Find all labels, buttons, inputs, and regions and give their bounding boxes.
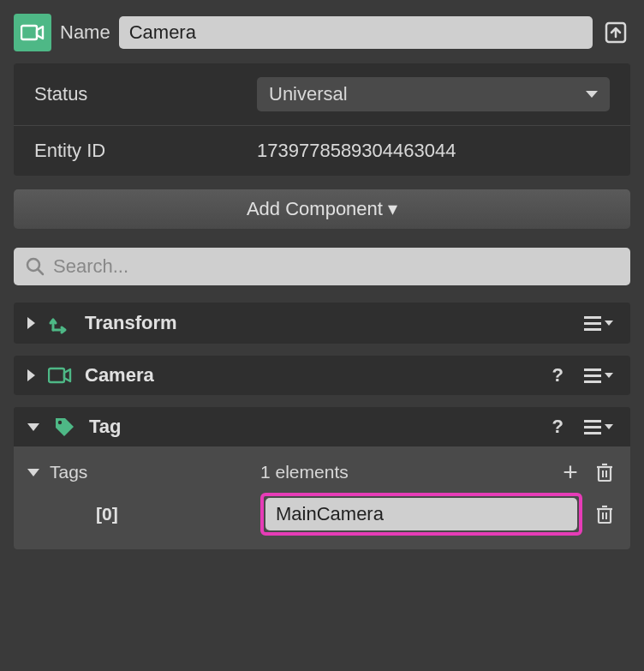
hamburger-icon: [584, 420, 601, 434]
component-title: Camera: [85, 364, 535, 386]
component-title: Transform: [85, 312, 569, 334]
entity-id-value: 1739778589304463044: [257, 140, 456, 162]
component-title: Tag: [89, 416, 535, 438]
component-tag-header[interactable]: Tag ?: [14, 407, 630, 446]
entity-info-panel: Status Universal Entity ID 1739778589304…: [14, 63, 630, 176]
help-button[interactable]: ?: [547, 364, 569, 386]
component-tag: Tag ? Tags 1 elements: [14, 407, 630, 549]
status-label: Status: [34, 83, 257, 105]
delete-tag-button[interactable]: [593, 502, 617, 526]
entity-id-row: Entity ID 1739778589304463044: [14, 125, 630, 176]
add-component-button[interactable]: Add Component ▾: [14, 189, 630, 229]
search-field[interactable]: [14, 248, 630, 285]
hamburger-icon: [584, 316, 601, 331]
status-row: Status Universal: [14, 63, 630, 125]
tag-index-label: [0]: [27, 504, 250, 524]
add-tag-button[interactable]: [558, 460, 582, 484]
component-menu-button[interactable]: [581, 316, 617, 331]
collapse-toggle[interactable]: [27, 423, 39, 431]
trash-icon: [595, 462, 614, 482]
chevron-down-icon: [605, 321, 613, 326]
svg-line-3: [38, 269, 43, 274]
svg-rect-6: [599, 467, 611, 481]
status-select[interactable]: Universal: [257, 77, 610, 111]
expand-toggle[interactable]: [27, 369, 35, 381]
delete-all-tags-button[interactable]: [593, 460, 617, 484]
name-input[interactable]: [119, 16, 593, 49]
camera-icon: [21, 24, 45, 41]
expand-toggle[interactable]: [27, 317, 35, 329]
tag-value-input[interactable]: [265, 498, 577, 530]
tags-array-row: Tags 1 elements: [27, 455, 617, 489]
chevron-down-icon: [605, 373, 613, 378]
help-button[interactable]: ?: [547, 416, 569, 438]
tag-value-highlight: [260, 493, 582, 536]
tags-count: 1 elements: [260, 462, 548, 482]
collapse-toggle[interactable]: [27, 469, 39, 476]
tags-label: Tags: [50, 462, 87, 482]
chevron-down-icon: [605, 424, 613, 429]
chevron-down-icon: [586, 91, 598, 98]
component-camera[interactable]: Camera ?: [14, 356, 630, 395]
status-value: Universal: [269, 83, 348, 105]
component-menu-button[interactable]: [581, 368, 617, 383]
component-menu-button[interactable]: [581, 420, 617, 434]
tag-item-row: [0]: [27, 489, 617, 536]
camera-icon: [48, 367, 72, 384]
component-transform[interactable]: Transform: [14, 303, 630, 344]
svg-point-5: [58, 421, 62, 424]
tag-icon: [53, 416, 75, 438]
svg-rect-11: [599, 509, 611, 523]
import-button[interactable]: [601, 18, 630, 47]
tag-body: Tags 1 elements [0]: [14, 446, 630, 549]
import-icon: [604, 21, 628, 45]
entity-id-label: Entity ID: [34, 140, 257, 162]
entity-type-badge: [14, 14, 51, 51]
hamburger-icon: [584, 368, 601, 383]
search-icon: [26, 257, 45, 276]
svg-rect-4: [49, 368, 64, 382]
trash-icon: [595, 504, 614, 524]
svg-rect-0: [21, 26, 37, 39]
transform-icon: [48, 311, 72, 335]
name-label: Name: [60, 21, 110, 44]
entity-header: Name: [14, 14, 630, 51]
search-input[interactable]: [53, 255, 618, 278]
